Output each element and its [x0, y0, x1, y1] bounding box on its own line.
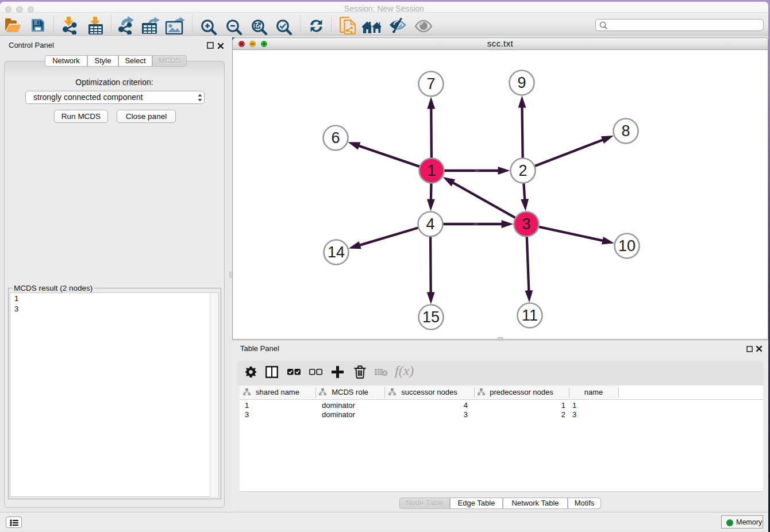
svg-text:14: 14: [328, 244, 345, 261]
svg-text:11: 11: [522, 307, 538, 324]
svg-text:9: 9: [517, 74, 526, 91]
svg-text:15: 15: [422, 309, 440, 326]
svg-text:2: 2: [518, 162, 527, 179]
svg-text:6: 6: [331, 129, 340, 147]
svg-text:4: 4: [426, 215, 434, 233]
svg-text:3: 3: [522, 215, 530, 233]
svg-text:10: 10: [618, 237, 636, 255]
svg-text:1: 1: [427, 162, 436, 179]
svg-text:7: 7: [426, 75, 435, 92]
svg-text:8: 8: [621, 122, 630, 140]
